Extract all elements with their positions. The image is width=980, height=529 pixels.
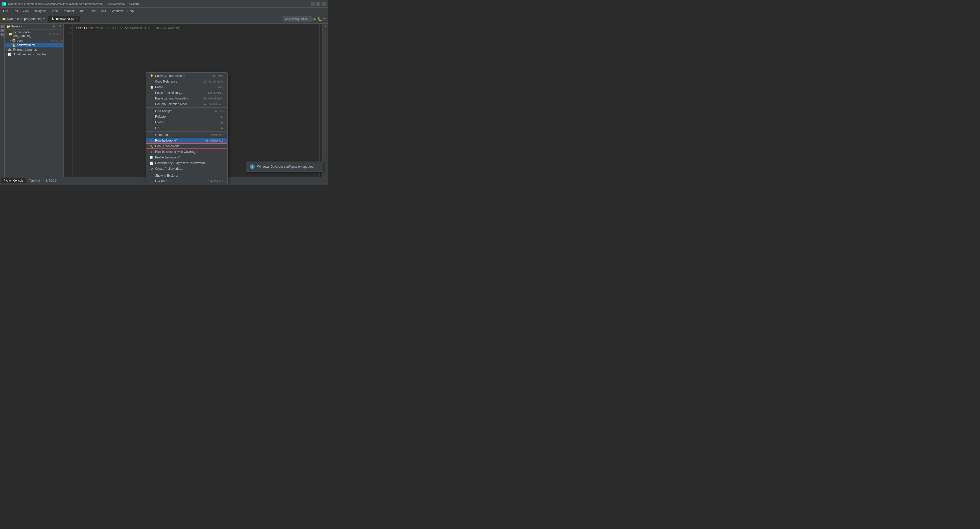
ctx-shortcut: Alt+Insert	[211, 133, 223, 136]
tree-venv-item[interactable]: ▶ 📦 venv library root	[5, 38, 63, 43]
locate-file-button[interactable]: ⊙	[52, 25, 55, 28]
menu-edit[interactable]: Edit	[11, 9, 20, 13]
menu-window[interactable]: Window	[110, 9, 125, 13]
ctx-item-text: Create 'helloworld'...	[155, 167, 183, 170]
tab-terminal[interactable]: Terminal	[27, 178, 43, 183]
ctx-label: ▶ Run 'helloworld'	[150, 139, 177, 142]
notification-text: Windows Defender configuration updated	[257, 165, 313, 169]
tree-venv-label: venv	[17, 39, 50, 42]
menu-refactor[interactable]: Refactor	[60, 9, 76, 13]
empty-icon	[150, 115, 154, 118]
ctx-run-helloworld[interactable]: ▶ Run 'helloworld' Ctrl+Shift+F10	[146, 138, 228, 143]
ctx-generate[interactable]: Generate... Alt+Insert	[146, 132, 228, 138]
tab-close-button[interactable]: ×	[76, 18, 77, 20]
profile-icon: 📊	[150, 156, 154, 159]
tree-expand-arrow: ▶	[10, 39, 11, 42]
run-icon[interactable]: ▶	[313, 16, 317, 21]
menu-navigate[interactable]: Navigate	[32, 9, 48, 13]
editor-tab-bar: 🐍 helloworld.py ×	[46, 16, 282, 22]
editor-tab-helloworld[interactable]: 🐍 helloworld.py ×	[48, 16, 80, 22]
venv-icon: 📦	[12, 39, 16, 42]
scratch-icon: 📝	[8, 53, 12, 56]
tree-root-item[interactable]: ▼ 📁 python-core-programming D:\Worksp...	[5, 30, 63, 38]
ctx-label: Paste without Formatting	[150, 97, 189, 100]
favorites-tool-icon[interactable]: ★	[0, 29, 4, 32]
line-number-1: 1	[65, 25, 71, 31]
ctx-show-explorer[interactable]: Show in Explorer	[146, 173, 228, 178]
code-line-1: print("Windows10 1903 & Pycharm2019.2.1 …	[76, 25, 316, 31]
python-file-icon: 🐍	[51, 17, 55, 21]
title-bar: PC python-core-programming [D:\workspace…	[0, 0, 328, 8]
tab-python-console[interactable]: Python Console	[1, 178, 26, 183]
notification-info-icon: i	[250, 164, 255, 169]
ctx-find-usages[interactable]: Find Usages Alt+F7	[146, 108, 228, 114]
ctx-run-coverage[interactable]: ▶ Run 'helloworld' with Coverage	[146, 149, 228, 155]
submenu-arrow-icon: ▶	[221, 127, 223, 129]
ctx-folding[interactable]: Folding ▶	[146, 120, 228, 125]
ctx-open-terminal[interactable]: ⬛ Open in Terminal	[146, 184, 228, 185]
ctx-paste[interactable]: 📋 Paste Ctrl+V	[146, 84, 228, 90]
ctx-item-text: Paste without Formatting	[155, 97, 189, 100]
ctx-profile-helloworld[interactable]: 📊 Profile 'helloworld'	[146, 155, 228, 160]
ctx-shortcut: Alt+Shift+Insert	[204, 103, 223, 106]
ctx-show-context-actions[interactable]: 💡 Show Context Actions Alt+Enter	[146, 73, 228, 79]
structure-tool-icon[interactable]: S	[0, 33, 4, 37]
menu-run[interactable]: Run	[76, 9, 86, 13]
maximize-button[interactable]: □	[316, 2, 320, 6]
main-layout: P ★ S 📁 Project ▾ ⊙ ↕ ⚙ ▼ 📁 python-core-…	[0, 24, 328, 177]
ctx-item-text: Generate...	[155, 133, 170, 137]
empty-icon	[150, 109, 154, 113]
ctx-concurrency-diagram[interactable]: 📈 Concurrency Diagram for 'helloworld'	[146, 160, 228, 166]
ctx-goto[interactable]: Go To ▶	[146, 125, 228, 131]
tree-scratches-item[interactable]: ▶ 📝 Scratches and Consoles	[5, 52, 63, 57]
project-panel: 📁 Project ▾ ⊙ ↕ ⚙ ▼ 📁 python-core-progra…	[5, 24, 64, 177]
ctx-create-helloworld[interactable]: ⚙ Create 'helloworld'...	[146, 166, 228, 172]
menu-view[interactable]: View	[21, 9, 31, 13]
chevron-down-icon: ▾	[21, 25, 22, 28]
panel-settings-button[interactable]: ⚙	[59, 25, 61, 28]
scroll-from-source-button[interactable]: ↕	[56, 25, 57, 28]
debug-icon: 🐛	[150, 144, 154, 148]
code-func: print	[76, 26, 86, 30]
project-panel-title: Project	[11, 25, 20, 28]
tree-ext-libs-item[interactable]: ▶ 📚 External Libraries	[5, 48, 63, 52]
ctx-label: Go To	[150, 126, 163, 130]
line-numbers: 1 2	[64, 24, 73, 177]
empty-icon	[150, 126, 154, 130]
tab-todo[interactable]: 6: TODO	[43, 178, 59, 183]
ctx-paste-history[interactable]: Paste from History... Ctrl+Shift+V	[146, 90, 228, 96]
ctx-debug-helloworld[interactable]: 🐛 Debug 'helloworld'	[146, 143, 228, 149]
empty-icon	[150, 133, 154, 137]
right-side-icons: ✓	[323, 24, 328, 177]
ctx-column-selection[interactable]: Column Selection Mode Alt+Shift+Insert	[146, 101, 228, 107]
add-configuration-button[interactable]: Add Configuration...	[283, 16, 312, 22]
empty-icon	[150, 174, 154, 177]
ctx-label: Paste from History...	[150, 91, 183, 95]
project-selector[interactable]: 📁 python-core-programming ▾	[2, 17, 45, 21]
run-icon: ▶	[150, 139, 154, 142]
ctx-separator	[146, 107, 228, 108]
ctx-item-text: Profile 'helloworld'	[155, 156, 180, 159]
ctx-separator	[146, 172, 228, 172]
ctx-label: ⚙ Create 'helloworld'...	[150, 167, 183, 170]
tree-root-path: D:\Worksp...	[49, 33, 63, 36]
menu-vcs[interactable]: VCS	[99, 9, 109, 13]
empty-icon	[150, 102, 154, 106]
settings-icon[interactable]: ⚙	[323, 17, 326, 21]
menu-tools[interactable]: Tools	[87, 9, 98, 13]
tree-scratches-label: Scratches and Consoles	[13, 53, 63, 56]
debug-icon[interactable]: 🐛	[318, 17, 322, 21]
project-tool-icon[interactable]: P	[0, 25, 4, 28]
close-button[interactable]: ×	[322, 2, 326, 6]
tree-file-helloworld[interactable]: ▶ 🐍 helloworld.py	[5, 43, 63, 48]
ctx-shortcut: Alt+F7	[215, 110, 223, 113]
ctx-copy-reference[interactable]: Copy Reference Ctrl+Alt+Shift+C	[146, 79, 228, 84]
project-tree: ▼ 📁 python-core-programming D:\Worksp...…	[5, 29, 63, 177]
menu-help[interactable]: Help	[125, 9, 136, 13]
menu-code[interactable]: Code	[48, 9, 60, 13]
ctx-paste-no-format[interactable]: Paste without Formatting Ctrl+Alt+Shift+…	[146, 96, 228, 101]
ctx-refactor[interactable]: Refactor ▶	[146, 114, 228, 120]
ctx-file-path[interactable]: File Path Ctrl+Alt+F12	[146, 178, 228, 184]
menu-file[interactable]: File	[1, 9, 10, 13]
minimize-button[interactable]: ─	[311, 2, 315, 6]
